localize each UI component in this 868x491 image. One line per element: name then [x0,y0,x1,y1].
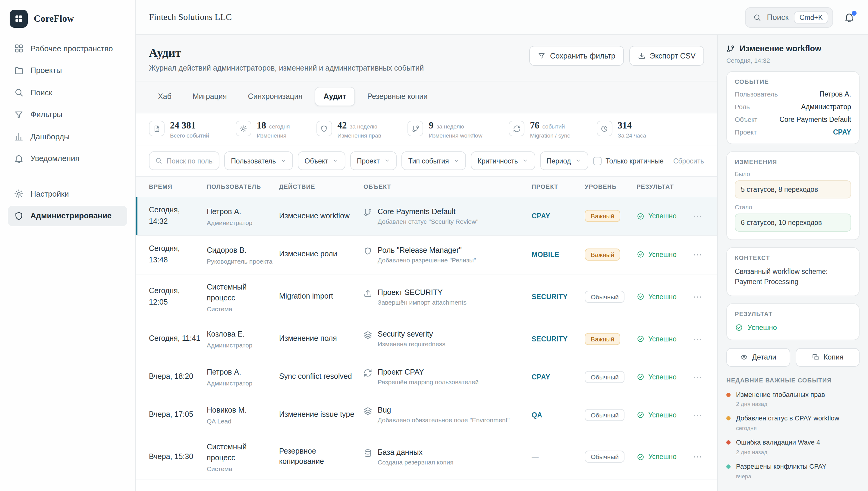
filter-dropdown-3[interactable]: Тип события [402,151,466,170]
sidebar-item-3[interactable]: Фильтры [8,104,127,125]
filter-dropdown-1[interactable]: Объект [298,151,345,170]
sidebar-item-0[interactable]: Рабочее пространство [8,38,127,59]
cell-object: База данныхСоздана резервная копия [364,448,532,466]
cell-action: Изменение workflow [279,211,364,221]
cell-time: Сегодня, 11:41 [149,333,207,345]
sidebar-item-2[interactable]: Поиск [8,82,127,103]
stat-3: 9за неделюИзменения workflow [408,120,483,139]
table-search-input[interactable] [167,157,213,164]
save-filter-button[interactable]: Сохранить фильтр [530,46,624,66]
sidebar-item-1[interactable]: Проекты [8,60,127,81]
cell-action: Изменение роли [279,250,364,260]
table-row[interactable]: Вчера, 17:05Новиков М.QA LeadИзменение i… [135,396,717,434]
detail-actions: Детали Копия [726,348,860,367]
stat-caption: За 24 часа [618,132,646,139]
reset-filters-button[interactable]: Сбросить [673,157,704,164]
table-row[interactable]: Сегодня, 13:48Сидоров В.Руководитель про… [135,236,717,275]
tab-1[interactable]: Миграция [184,87,236,106]
row-menu-button[interactable]: ⋯ [693,372,715,382]
critical-only-toggle[interactable]: Только критичные [593,156,664,165]
tab-3[interactable]: Аудит [315,87,355,106]
cell-project[interactable]: QA [532,411,585,418]
folder-icon [14,65,24,76]
row-menu-button[interactable]: ⋯ [693,410,715,421]
dropdown-label: Проект [357,157,380,164]
cell-result: Успешно [637,335,693,343]
stat-caption: Изменения workflow [429,132,483,139]
cell-project[interactable]: CPAY [532,373,585,381]
eye-icon [740,353,748,361]
table-row[interactable]: Вчера, 15:30Системный процессСистемаРезе… [135,434,717,481]
page-subtitle: Журнал действий администраторов, изменен… [149,64,424,73]
check-circle-icon [637,251,645,259]
recent-event-item[interactable]: Добавлен статус в CPAY workflowсегодня [726,414,860,432]
row-menu-button[interactable]: ⋯ [693,211,715,222]
details-button[interactable]: Детали [726,348,790,367]
table-search[interactable] [149,151,219,170]
cell-result: Успешно [637,251,693,259]
layers-icon [364,407,372,415]
row-menu-button[interactable]: ⋯ [693,291,715,302]
cell-project[interactable]: SECURITY [532,293,585,300]
global-search-button[interactable]: Поиск Cmd+K [745,7,833,27]
cell-project[interactable]: SECURITY [532,336,585,343]
copy-button[interactable]: Копия [796,348,860,367]
sidebar-item-7[interactable]: Администрирование [8,205,127,226]
table-row[interactable]: Сегодня, 14:32Петров А.АдминистраторИзме… [135,197,717,236]
tab-2[interactable]: Синхронизация [239,87,311,106]
table-row[interactable]: Сегодня, 12:05Системный процессСистемаMi… [135,274,717,320]
cell-project: — [532,453,585,461]
filter-dropdown-5[interactable]: Период [540,151,588,170]
filter-dropdown-0[interactable]: Пользователь [224,151,293,170]
cell-level: Важный [585,210,637,222]
event-row-value[interactable]: CPAY [833,128,851,136]
tab-4[interactable]: Резервные копии [358,87,436,106]
recent-event-time: вчера [736,473,827,480]
row-menu-button[interactable]: ⋯ [693,249,715,260]
brand[interactable]: CoreFlow [8,8,127,38]
upload-icon [364,289,372,297]
check-circle-icon [637,335,645,343]
critical-only-checkbox[interactable] [593,156,601,165]
page-actions: Сохранить фильтр Экспорт CSV [530,46,704,66]
result-status: Успешно [735,323,851,331]
table-row[interactable]: Вчера, 18:20Петров А.АдминистраторSync c… [135,358,717,396]
cell-project[interactable]: CPAY [532,213,585,220]
recent-events: НЕДАВНИЕ ВАЖНЫЕ СОБЫТИЯ Изменение глобал… [726,377,860,480]
row-menu-button[interactable]: ⋯ [693,334,715,344]
gear-icon [14,189,24,199]
filter-dropdown-2[interactable]: Проект [350,151,397,170]
chevron-down-icon [333,158,339,164]
notifications-button[interactable] [844,12,855,23]
search-icon [753,13,762,21]
table-row[interactable]: Сегодня, 11:41Козлова Е.АдминистраторИзм… [135,320,717,358]
sidebar-item-4[interactable]: Дашборды [8,126,127,147]
filter-dropdown-4[interactable]: Критичность [471,151,535,170]
sidebar-item-label: Дашборды [30,132,70,141]
sidebar-item-label: Проекты [30,66,62,75]
event-row-label: Пользователь [735,90,778,98]
table-row[interactable]: Вчера, 14:15Иванова О.PMOСоздание проект… [135,480,717,491]
recent-event-item[interactable]: Изменение глобальных прав2 дня назад [726,390,860,407]
sync-icon [509,121,524,136]
cell-time: Сегодня, 14:32 [149,204,207,228]
cell-level: Важный [585,333,637,345]
after-value: 6 статусов, 10 переходов [735,213,851,232]
cell-action: Sync conflict resolved [279,372,364,382]
cell-user: Системный процессСистема [207,441,279,472]
recent-event-item[interactable]: Ошибка валидации Wave 42 дня назад [726,438,860,455]
export-csv-button[interactable]: Экспорт CSV [629,46,704,66]
check-circle-icon [637,453,645,461]
tab-0[interactable]: Хаб [149,87,181,106]
row-menu-button[interactable]: ⋯ [693,452,715,462]
recent-event-text: Ошибка валидации Wave 4 [736,438,820,447]
cell-project[interactable]: MOBILE [532,251,585,258]
recent-event-item[interactable]: Разрешены конфликты CPAYвчера [726,462,860,480]
search-icon [14,87,24,97]
sidebar-item-5[interactable]: Уведомления [8,148,127,169]
sidebar-item-label: Рабочее пространство [30,44,113,53]
cell-result: Успешно [637,453,693,461]
sidebar-item-6[interactable]: Настройки [8,183,127,204]
main-content: Аудит Журнал действий администраторов, и… [135,35,717,491]
filter-bar: ПользовательОбъектПроектТип событияКрити… [135,145,717,177]
